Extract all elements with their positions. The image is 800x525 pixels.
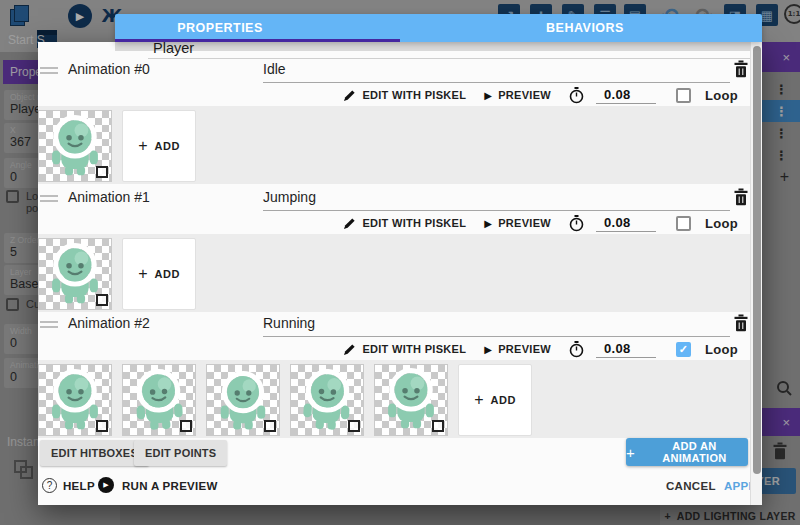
plus-icon: + xyxy=(138,265,147,283)
sprite-frame[interactable] xyxy=(38,238,112,310)
frame-checkbox[interactable] xyxy=(96,294,108,306)
edit-with-piskel-button[interactable]: EDIT WITH PISKEL xyxy=(343,89,466,102)
stopwatch-icon xyxy=(569,215,584,232)
pencil-icon xyxy=(343,89,356,102)
delete-animation-button[interactable] xyxy=(732,314,750,334)
plus-icon: + xyxy=(474,391,483,409)
edit-points-button[interactable]: EDIT POINTS xyxy=(134,440,227,466)
plus-icon: + xyxy=(626,444,635,461)
animation-section-2: Animation #2 Running EDIT WITH PISKEL ▶ … xyxy=(38,312,762,440)
object-name-field-bg xyxy=(115,42,750,51)
drag-handle-icon[interactable] xyxy=(40,67,58,77)
frame-checkbox[interactable] xyxy=(96,166,108,178)
tab-behaviors[interactable]: BEHAVIORS xyxy=(546,14,624,42)
trash-icon xyxy=(733,188,749,206)
animation-name-field[interactable]: Idle xyxy=(263,58,730,83)
time-input[interactable]: 0.08 xyxy=(596,341,656,358)
sprite-frame[interactable] xyxy=(38,364,112,436)
loop-checkbox-checked[interactable]: ✓ xyxy=(676,342,691,357)
add-animation-button[interactable]: + ADD AN ANIMATION xyxy=(626,438,748,466)
preview-button[interactable]: ▶ PREVIEW xyxy=(484,89,551,101)
animation-section-1: Animation #1 Jumping EDIT WITH PISKEL ▶ … xyxy=(38,186,762,314)
loop-checkbox[interactable] xyxy=(676,216,691,231)
frame-checkbox[interactable] xyxy=(180,420,192,432)
object-name-field[interactable]: Player xyxy=(153,42,194,58)
time-input[interactable]: 0.08 xyxy=(596,215,656,232)
tab-properties[interactable]: PROPERTIES xyxy=(177,14,263,42)
dialog-scrollbar[interactable] xyxy=(750,42,762,505)
pencil-icon xyxy=(343,343,356,356)
time-between-frames: 0.08 xyxy=(569,341,656,358)
frame-checkbox[interactable] xyxy=(432,420,444,432)
delete-animation-button[interactable] xyxy=(732,60,750,80)
stopwatch-icon xyxy=(569,87,584,104)
frame-checkbox[interactable] xyxy=(348,420,360,432)
add-frame-button[interactable]: + ADD xyxy=(122,110,196,182)
play-icon: ▶ xyxy=(484,90,492,101)
help-button[interactable]: HELP xyxy=(63,480,95,492)
scrollbar-thumb[interactable] xyxy=(753,46,761,474)
drag-handle-icon[interactable] xyxy=(40,321,58,331)
object-editor-dialog: Player Animation #0 Idle EDIT WITH PISKE… xyxy=(38,42,762,505)
preview-button[interactable]: ▶ PREVIEW xyxy=(484,217,551,229)
sprite-frame[interactable] xyxy=(122,364,196,436)
animation-title: Animation #0 xyxy=(68,61,150,77)
plus-icon: + xyxy=(138,137,147,155)
trash-icon xyxy=(733,60,749,78)
stopwatch-icon xyxy=(569,341,584,358)
frames-row: + ADD xyxy=(38,106,762,184)
animation-title: Animation #2 xyxy=(68,315,150,331)
sprite-frame[interactable] xyxy=(290,364,364,436)
help-icon[interactable]: ? xyxy=(42,478,57,493)
loop-checkbox[interactable] xyxy=(676,88,691,103)
dialog-tab-bar: PROPERTIES BEHAVIORS xyxy=(115,14,762,42)
drag-handle-icon[interactable] xyxy=(40,195,58,205)
animation-name-field[interactable]: Jumping xyxy=(263,186,730,211)
animation-name-field[interactable]: Running xyxy=(263,312,730,337)
loop-toggle[interactable]: ✓ Loop xyxy=(676,342,738,357)
frames-row: + ADD xyxy=(38,360,762,438)
time-between-frames: 0.08 xyxy=(569,87,656,104)
run-a-preview-button[interactable]: RUN A PREVIEW xyxy=(122,480,218,492)
time-between-frames: 0.08 xyxy=(569,215,656,232)
add-frame-button[interactable]: + ADD xyxy=(122,238,196,310)
gdevelop-app: ▶ Ж ↗ ∴ ✎ ☰ ▤ ↶ ↷ ◨ ▦ 1:1 Start S Proper… xyxy=(0,0,800,525)
trash-icon xyxy=(733,314,749,332)
animation-toolbar: EDIT WITH PISKEL ▶ PREVIEW 0.08 ✓ Loop xyxy=(343,338,738,360)
pencil-icon xyxy=(343,217,356,230)
frame-checkbox[interactable] xyxy=(96,420,108,432)
loop-toggle[interactable]: Loop xyxy=(676,88,738,103)
delete-animation-button[interactable] xyxy=(732,188,750,208)
sprite-frame[interactable] xyxy=(374,364,448,436)
animation-toolbar: EDIT WITH PISKEL ▶ PREVIEW 0.08 Loop xyxy=(343,212,738,234)
animation-title: Animation #1 xyxy=(68,189,150,205)
cancel-button[interactable]: CANCEL xyxy=(666,480,716,492)
preview-button[interactable]: ▶ PREVIEW xyxy=(484,343,551,355)
sprite-frame[interactable] xyxy=(38,110,112,182)
play-icon: ▶ xyxy=(484,344,492,355)
frames-row: + ADD xyxy=(38,234,762,312)
loop-toggle[interactable]: Loop xyxy=(676,216,738,231)
add-frame-button[interactable]: + ADD xyxy=(458,364,532,436)
edit-hitboxes-button[interactable]: EDIT HITBOXES xyxy=(40,440,149,466)
edit-with-piskel-button[interactable]: EDIT WITH PISKEL xyxy=(343,343,466,356)
frame-checkbox[interactable] xyxy=(264,420,276,432)
time-input[interactable]: 0.08 xyxy=(596,87,656,104)
animation-toolbar: EDIT WITH PISKEL ▶ PREVIEW 0.08 Loop xyxy=(343,84,738,106)
sprite-frame[interactable] xyxy=(206,364,280,436)
play-icon: ▶ xyxy=(484,218,492,229)
active-tab-indicator xyxy=(115,39,400,42)
animation-section-0: Animation #0 Idle EDIT WITH PISKEL ▶ PRE… xyxy=(38,58,762,186)
run-preview-icon[interactable]: ▶ xyxy=(98,477,114,493)
edit-with-piskel-button[interactable]: EDIT WITH PISKEL xyxy=(343,217,466,230)
